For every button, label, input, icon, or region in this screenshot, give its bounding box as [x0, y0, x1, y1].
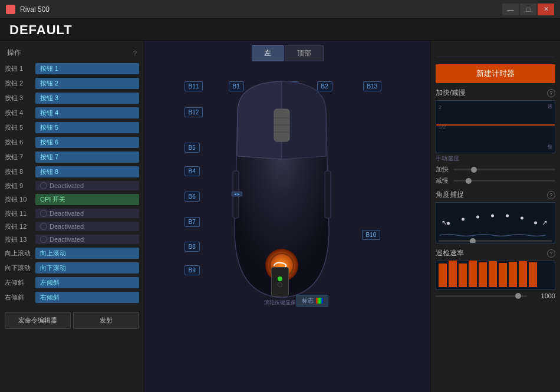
poll-help-icon[interactable]: ?: [547, 249, 555, 258]
btn-value-btn8: 按钮 8: [35, 166, 139, 177]
label-b8[interactable]: B8: [185, 242, 200, 252]
bottom-buttons: 宏命令编辑器 发射: [0, 307, 144, 334]
label-strip-text: 标志: [302, 297, 314, 305]
label-strip-area: 标志: [297, 295, 328, 307]
tab-top[interactable]: 顶部: [285, 45, 324, 61]
label-b12[interactable]: B12: [185, 107, 203, 117]
button-row-btn4[interactable]: 按钮 4按钮 4: [0, 106, 144, 120]
accel-header: 加快/减慢 ?: [436, 88, 555, 98]
minimize-button[interactable]: —: [502, 4, 519, 15]
button-row-btn13[interactable]: 按钮 13Deactivated: [0, 233, 144, 246]
accel-slider-label: 加快: [436, 165, 450, 174]
manual-speed-label: 手动速度: [436, 154, 459, 163]
label-b6[interactable]: B6: [185, 192, 200, 202]
svg-point-13: [476, 216, 479, 219]
btn-label-btn8: 按钮 8: [5, 167, 35, 176]
right-panel: 新建计时器 加快/减慢 ? 2 1/2 速 慢 手动速度 加快: [430, 41, 560, 392]
svg-text:↖: ↖: [442, 219, 447, 227]
btn-value-btn6: 按钮 6: [35, 137, 139, 148]
label-b5[interactable]: B5: [185, 143, 200, 153]
button-row-btn5[interactable]: 按钮 5按钮 5: [0, 120, 144, 135]
deactivated-text: Deactivated: [50, 182, 84, 189]
btn-value-btn10: CPI 开关: [35, 194, 139, 205]
btn-value-btn9: Deactivated: [35, 181, 139, 190]
poll-section: 巡检速率 ? 1000: [436, 248, 555, 299]
deactivated-text: Deactivated: [50, 210, 84, 217]
button-row-scroll_up[interactable]: 向上滚动向上滚动: [0, 246, 144, 261]
label-b7[interactable]: B7: [185, 217, 200, 227]
btn-value-btn5: 按钮 5: [35, 122, 139, 133]
page-title: DEFAULT: [0, 19, 560, 41]
chart-bottom-labels: 手动速度: [436, 154, 555, 163]
poll-bar-0: [439, 263, 447, 287]
poll-slider-thumb[interactable]: [515, 293, 521, 299]
button-row-btn1[interactable]: 按钮 1按钮 1: [0, 61, 144, 76]
angle-header: 角度捕捉 ?: [436, 190, 555, 200]
label-b4[interactable]: B4: [185, 166, 200, 176]
macro-editor-button[interactable]: 宏命令编辑器: [5, 312, 71, 329]
chart-side-labels: 速 慢: [546, 101, 554, 153]
poll-slider-row: 1000: [436, 292, 555, 299]
indicator-box: [271, 267, 289, 297]
button-row-btn7[interactable]: 按钮 7按钮 7: [0, 150, 144, 164]
button-row-btn11[interactable]: 按钮 11Deactivated: [0, 207, 144, 220]
btn-value-scroll_up: 向上滚动: [35, 248, 139, 259]
indicator-dot-dark: [278, 282, 282, 287]
poll-bar-4: [479, 262, 487, 287]
poll-bar-9: [529, 262, 537, 287]
help-icon[interactable]: ?: [133, 50, 137, 57]
button-row-tilt_right[interactable]: 右倾斜右倾斜: [0, 290, 144, 305]
angle-help-icon[interactable]: ?: [547, 191, 555, 199]
angle-slider-thumb[interactable]: [470, 238, 476, 244]
button-row-btn6[interactable]: 按钮 6按钮 6: [0, 135, 144, 150]
button-row-btn9[interactable]: 按钮 9Deactivated: [0, 179, 144, 192]
deactivated-icon: [40, 223, 47, 230]
btn-label-tilt_left: 左倾斜: [5, 278, 35, 287]
label-b9[interactable]: B9: [185, 265, 200, 275]
accel-slider-thumb[interactable]: [471, 167, 477, 173]
main-area: 操作 ? 按钮 1按钮 1按钮 2按钮 2按钮 3按钮 3按钮 4按钮 4按钮 …: [0, 41, 560, 392]
bottom-indicator-label: 滚轮按键显像: [264, 299, 296, 307]
button-row-btn2[interactable]: 按钮 2按钮 2: [0, 76, 144, 91]
decel-slider-thumb[interactable]: [466, 178, 472, 184]
label-b11[interactable]: B11: [185, 81, 203, 91]
button-list: 按钮 1按钮 1按钮 2按钮 2按钮 3按钮 3按钮 4按钮 4按钮 5按钮 5…: [0, 61, 144, 305]
btn-label-btn13: 按钮 13: [5, 235, 35, 244]
button-row-scroll_down[interactable]: 向下滚动向下滚动: [0, 261, 144, 275]
btn-label-btn7: 按钮 7: [5, 153, 35, 162]
btn-label-btn10: 按钮 10: [5, 195, 35, 204]
btn-label-btn3: 按钮 3: [5, 94, 35, 103]
deactivated-text: Deactivated: [50, 236, 84, 243]
maximize-button[interactable]: □: [520, 4, 536, 15]
color-icon: [316, 298, 323, 304]
decel-slider-track[interactable]: [453, 180, 555, 182]
label-speed-high: 速: [548, 103, 552, 110]
button-row-btn10[interactable]: 按钮 10CPI 开关: [0, 192, 144, 207]
label-strip[interactable]: 标志: [297, 295, 328, 307]
accel-section: 加快/减慢 ? 2 1/2 速 慢 手动速度 加快: [436, 88, 555, 185]
label-b13[interactable]: B13: [363, 81, 382, 91]
poll-chart: [436, 261, 555, 290]
poll-slider-track[interactable]: [436, 295, 527, 297]
label-b10[interactable]: B10: [362, 230, 381, 240]
angle-slider-track[interactable]: [439, 240, 552, 242]
button-row-btn8[interactable]: 按钮 8按钮 8: [0, 164, 144, 179]
section-label: 操作: [7, 48, 21, 58]
accel-slider-track[interactable]: [453, 169, 555, 170]
accel-help-icon[interactable]: ?: [547, 89, 555, 97]
close-button[interactable]: ✕: [538, 4, 554, 15]
btn-value-btn11: Deactivated: [35, 209, 139, 218]
poll-bar-7: [509, 262, 517, 287]
tab-left[interactable]: 左: [252, 45, 284, 61]
btn-label-btn1: 按钮 1: [5, 64, 35, 73]
fire-button[interactable]: 发射: [73, 312, 139, 329]
button-row-tilt_left[interactable]: 左倾斜左倾斜: [0, 275, 144, 290]
poll-value: 1000: [534, 292, 555, 299]
svg-point-12: [462, 218, 465, 221]
btn-value-btn13: Deactivated: [35, 235, 139, 244]
new-timer-button[interactable]: 新建计时器: [436, 64, 555, 83]
button-row-btn3[interactable]: 按钮 3按钮 3: [0, 91, 144, 106]
top-spacer: [436, 45, 555, 57]
button-row-btn12[interactable]: 按钮 12Deactivated: [0, 220, 144, 233]
deactivated-icon: [40, 182, 47, 189]
